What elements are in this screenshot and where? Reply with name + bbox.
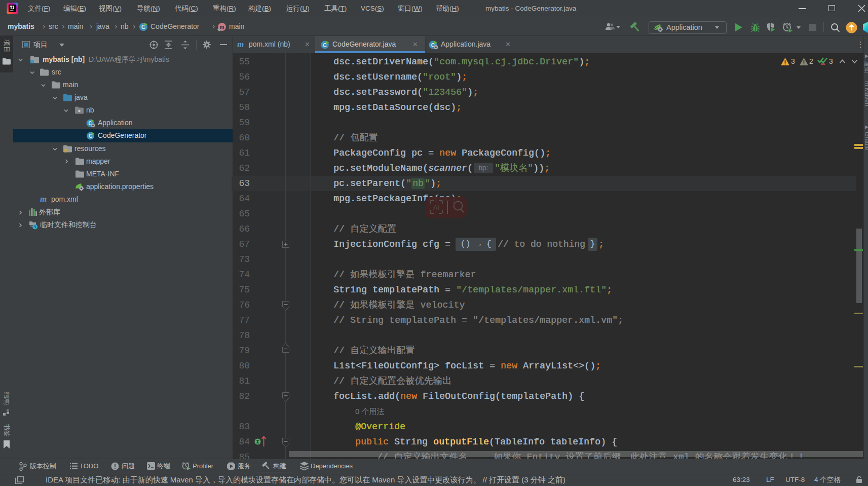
svg-text:AI: AI — [433, 204, 439, 211]
